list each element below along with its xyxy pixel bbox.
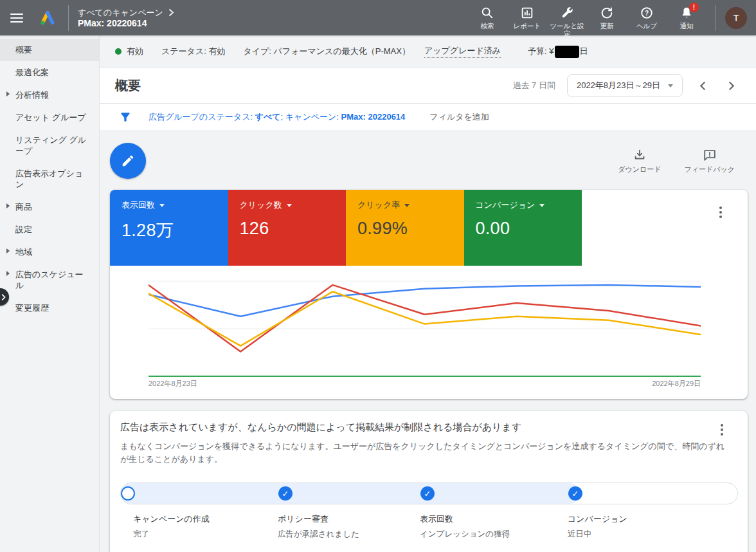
reports-label: レポート <box>507 22 547 30</box>
metric-label: 表示回数 <box>122 199 155 211</box>
notice-overflow-menu-icon[interactable] <box>719 423 724 437</box>
sidebar-nav: 概要 最適化案 分析情報 アセット グループ リスティング グループ <box>0 35 100 552</box>
chevron-right-icon <box>0 293 8 302</box>
step-subtitle: インプレッションの獲得 <box>420 529 555 540</box>
metric-card-clicks[interactable]: クリック数 126 <box>228 190 346 266</box>
download-button[interactable]: ダウンロード <box>618 148 661 174</box>
breadcrumb-chevron-icon <box>168 9 174 16</box>
chevron-left-icon <box>698 80 708 91</box>
step-label-creation: キャンペーンの作成 完了 <box>133 513 268 540</box>
chart-series-クリック率 <box>148 291 701 345</box>
metric-label: クリック数 <box>240 199 282 211</box>
date-range-value: 2022年8月23日～29日 <box>577 80 660 91</box>
report-icon <box>520 6 534 20</box>
metric-card-ctr[interactable]: クリック率 0.99% <box>346 190 464 266</box>
x-axis-start-label: 2022年8月23日 <box>148 379 197 389</box>
metric-value: 1.28万 <box>122 219 217 242</box>
progress-pill <box>120 483 738 504</box>
step-subtitle: 広告が承認されました <box>278 529 413 540</box>
sidebar-item-recommendations[interactable]: 最適化案 <box>0 61 99 84</box>
expand-arrow-icon <box>6 91 10 97</box>
search-button[interactable]: 検索 <box>467 6 507 30</box>
edit-fab-button[interactable] <box>110 143 146 179</box>
reports-button[interactable]: レポート <box>507 6 547 30</box>
sidebar-item-label: 商品 <box>15 202 32 212</box>
sidebar-item-asset-groups[interactable]: アセット グループ <box>0 106 99 129</box>
metric-value: 0.00 <box>476 219 571 239</box>
help-button[interactable]: ? ヘルプ <box>627 6 667 30</box>
step-title: ポリシー審査 <box>278 513 413 525</box>
caret-down-icon <box>539 204 544 207</box>
notifications-label: 通知 <box>667 22 706 30</box>
caret-down-icon <box>287 204 292 207</box>
refresh-button[interactable]: 更新 <box>587 6 627 30</box>
filter-value-2: PMax: 20220614 <box>341 112 406 122</box>
notifications-button[interactable]: ! 通知 <box>667 6 706 30</box>
expand-arrow-icon <box>6 203 10 208</box>
performance-chart-card: 表示回数 1.28万 クリック数 126 <box>110 190 748 399</box>
sidebar-item-overview[interactable]: 概要 <box>0 39 99 61</box>
step-label-conversions: コンバージョン 近日中 <box>568 513 703 540</box>
sidebar-item-products[interactable]: 商品 <box>0 196 99 218</box>
breadcrumb-campaign-name[interactable]: PMax: 20220614 <box>78 18 174 29</box>
expand-arrow-icon <box>6 248 10 253</box>
search-label: 検索 <box>467 22 507 30</box>
sidebar-item-change-history[interactable]: 変更履歴 <box>0 297 99 319</box>
metric-card-conversions[interactable]: コンバージョン 0.00 <box>464 190 582 266</box>
sidebar-item-locations[interactable]: 地域 <box>0 241 99 263</box>
sidebar-item-settings[interactable]: 設定 <box>0 218 99 241</box>
sidebar-item-ad-extensions[interactable]: 広告表示オプション <box>0 162 99 196</box>
sidebar-item-label: 地域 <box>15 247 32 257</box>
chart-overflow-menu-icon[interactable] <box>718 205 723 219</box>
sidebar-item-label: 変更履歴 <box>15 303 49 313</box>
sidebar-item-listing-groups[interactable]: リスティング グループ <box>0 129 99 162</box>
campaign-progress-tracker <box>120 483 738 504</box>
step-title: 表示回数 <box>420 513 555 525</box>
x-axis-end-label: 2022年8月29日 <box>652 379 701 389</box>
sidebar-item-label: アセット グループ <box>15 113 86 122</box>
filter-bar: 広告グループのステータス: すべて; キャンペーン: PMax: 2022061… <box>100 104 756 130</box>
page-header: 概要 過去 7 日間 2022年8月23日～29日 <box>100 68 756 104</box>
account-avatar[interactable]: T <box>725 7 747 29</box>
sidebar-item-ad-schedule[interactable]: 広告のスケジュール <box>0 263 99 297</box>
top-app-bar: すべてのキャンペーン PMax: 20220614 検索 レポート ツールと設定… <box>0 0 756 35</box>
upgraded-chip[interactable]: アップグレード済み <box>424 45 501 58</box>
chevron-right-icon <box>726 80 737 91</box>
caret-down-icon <box>668 84 673 87</box>
feedback-icon <box>703 148 717 162</box>
sidebar-item-label: 最適化案 <box>15 68 49 77</box>
next-period-button[interactable] <box>723 77 739 94</box>
state-indicator: 有効 <box>115 46 143 57</box>
caret-down-icon <box>159 204 165 207</box>
add-filter-button[interactable]: フィルタを追加 <box>429 111 489 123</box>
svg-text:?: ? <box>645 10 649 17</box>
metric-card-impressions[interactable]: 表示回数 1.28万 <box>110 190 228 266</box>
step-labels-row: キャンペーンの作成 完了 ポリシー審査 広告が承認されました 表示回数 インプレ… <box>120 513 738 551</box>
metric-label: クリック率 <box>357 199 400 211</box>
applied-filter[interactable]: 広告グループのステータス: すべて; キャンペーン: PMax: 2022061… <box>148 111 405 123</box>
breadcrumb-all-campaigns[interactable]: すべてのキャンペーン <box>78 7 163 18</box>
sidebar-item-label: 分析情報 <box>15 90 49 100</box>
budget-prefix: 予算: ¥ <box>528 46 554 57</box>
sidebar-item-label: 広告のスケジュール <box>15 270 84 290</box>
status-text: ステータス: 有効 <box>161 46 225 57</box>
tools-settings-button[interactable]: ツールと設定 <box>547 6 587 37</box>
previous-period-button[interactable] <box>694 77 711 94</box>
caret-down-icon <box>404 204 410 207</box>
sidebar-item-insights[interactable]: 分析情報 <box>0 84 99 106</box>
step-dot-conversions <box>121 486 135 501</box>
hamburger-menu-icon[interactable] <box>0 0 33 35</box>
header-divider <box>716 5 716 31</box>
feedback-button[interactable]: フィードバック <box>684 148 735 174</box>
sidebar-item-label: 概要 <box>15 45 32 55</box>
step-dot-policy <box>420 486 435 501</box>
scorecard-row: 表示回数 1.28万 クリック数 126 <box>110 190 748 266</box>
metric-value: 0.99% <box>357 219 453 239</box>
date-range-picker[interactable]: 2022年8月23日～29日 <box>567 74 683 97</box>
refresh-icon <box>600 6 614 20</box>
google-ads-logo-icon[interactable] <box>33 10 62 26</box>
expand-arrow-icon <box>6 271 10 276</box>
ad-status-notice-card: 広告は表示されていますが、なんらかの問題によって掲載結果が制限される場合がありま… <box>110 411 748 552</box>
campaign-status-bar: 有効 ステータス: 有効 タイプ: パフォーマンスの最大化（P-MAX） アップ… <box>100 35 756 68</box>
filter-icon <box>119 111 132 124</box>
